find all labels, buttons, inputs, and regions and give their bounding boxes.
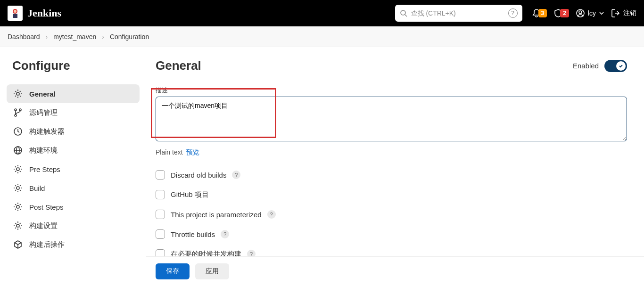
breadcrumb-configuration[interactable]: Configuration — [110, 33, 149, 41]
svg-point-6 — [579, 11, 582, 14]
sidebar-item-postbuild[interactable]: 构建后操作 — [7, 235, 140, 254]
brand-text: Jenkins — [27, 7, 61, 19]
sidebar-item-buildsettings[interactable]: 构建设置 — [7, 216, 140, 235]
gear-icon — [13, 183, 23, 193]
preview-link[interactable]: 预览 — [186, 148, 199, 156]
svg-point-10 — [15, 114, 17, 116]
description-input[interactable] — [156, 97, 627, 141]
save-button[interactable]: 保存 — [156, 263, 190, 279]
sidebar-item-label: 源码管理 — [29, 108, 58, 117]
search-input[interactable] — [411, 9, 504, 17]
option-throttle: Throttle builds ? — [156, 229, 627, 239]
toggle-knob — [616, 61, 626, 71]
logout-icon — [611, 8, 620, 18]
option-label: GitHub 项目 — [171, 190, 209, 199]
jenkins-logo[interactable]: Jenkins — [8, 6, 61, 21]
svg-point-9 — [15, 109, 17, 111]
option-label: Discard old builds — [171, 171, 226, 179]
globe-icon — [13, 146, 23, 155]
sidebar-item-label: General — [29, 90, 56, 98]
package-icon — [13, 240, 23, 249]
clock-icon — [13, 127, 23, 136]
sidebar-item-poststeps[interactable]: Post Steps — [7, 197, 140, 216]
search-icon — [400, 9, 407, 17]
chevron-down-icon — [599, 10, 604, 16]
sidebar-item-scm[interactable]: 源码管理 — [7, 103, 140, 122]
enabled-label: Enabled — [573, 62, 599, 70]
help-icon[interactable]: ? — [221, 230, 229, 238]
chevron-right-icon: › — [46, 33, 48, 41]
breadcrumb: Dashboard › mytest_maven › Configuration — [0, 26, 644, 47]
sidebar-item-build[interactable]: Build — [7, 179, 140, 197]
gear-icon — [13, 202, 23, 212]
sidebar-item-label: 构建后操作 — [29, 240, 65, 249]
check-icon — [619, 64, 623, 68]
checkbox-throttle[interactable] — [156, 229, 165, 239]
sidebar-item-label: 构建设置 — [29, 221, 58, 230]
svg-point-18 — [17, 205, 19, 208]
option-parameterized: This project is parameterized ? — [156, 210, 627, 219]
option-label: Throttle builds — [171, 230, 215, 238]
option-label: This project is parameterized — [171, 211, 262, 219]
plaintext-label: Plain text — [156, 148, 183, 156]
search-help-icon[interactable]: ? — [508, 8, 518, 18]
enabled-toggle[interactable] — [604, 60, 627, 72]
option-discard-old-builds: Discard old builds ? — [156, 170, 627, 180]
sidebar-item-label: Post Steps — [29, 203, 64, 211]
page-title: General — [156, 58, 201, 73]
svg-point-8 — [17, 92, 19, 95]
checkbox-parameterized[interactable] — [156, 210, 165, 219]
svg-point-16 — [17, 168, 19, 171]
sidebar: Configure General 源码管理 构建触发器 构建环境 Pre St… — [0, 47, 146, 286]
help-icon[interactable]: ? — [267, 210, 276, 219]
notifications[interactable]: 3 — [532, 8, 547, 18]
checkbox-discard[interactable] — [156, 170, 165, 180]
sidebar-item-label: Build — [29, 184, 45, 192]
gear-icon — [13, 89, 23, 98]
sidebar-item-label: 构建环境 — [29, 146, 58, 155]
sidebar-item-triggers[interactable]: 构建触发器 — [7, 122, 140, 141]
footer-actions: 保存 应用 — [146, 256, 644, 286]
logout-link[interactable]: 注销 — [611, 8, 636, 18]
breadcrumb-project[interactable]: mytest_maven — [53, 33, 96, 41]
checkbox-github[interactable] — [156, 190, 165, 199]
svg-point-11 — [19, 109, 21, 111]
logout-label: 注销 — [623, 9, 636, 17]
svg-line-4 — [405, 15, 407, 16]
notification-badge: 3 — [538, 9, 547, 17]
alert-badge: 2 — [560, 9, 569, 17]
svg-point-19 — [17, 224, 19, 227]
sidebar-item-label: Pre Steps — [29, 165, 60, 173]
chevron-right-icon: › — [102, 33, 104, 41]
description-label: 描述 — [156, 86, 627, 95]
security-alerts[interactable]: 2 — [553, 8, 569, 18]
jenkins-logo-icon — [8, 6, 23, 21]
user-menu[interactable]: lcy — [576, 8, 604, 18]
svg-point-17 — [17, 187, 19, 189]
svg-point-2 — [14, 10, 17, 13]
svg-rect-1 — [13, 14, 17, 18]
search-box[interactable]: ? — [395, 5, 522, 22]
apply-button[interactable]: 应用 — [195, 263, 229, 279]
sidebar-title: Configure — [7, 58, 140, 73]
user-name: lcy — [588, 9, 596, 17]
gear-icon — [13, 221, 23, 230]
sidebar-item-general[interactable]: General — [7, 84, 140, 103]
gear-icon — [13, 164, 23, 174]
sidebar-item-label: 构建触发器 — [29, 127, 65, 136]
option-github-project: GitHub 项目 — [156, 190, 627, 199]
main-content: General Enabled 描述 Plain text 预览 Disca — [146, 47, 644, 286]
branch-icon — [13, 108, 23, 117]
svg-point-3 — [401, 10, 405, 15]
user-icon — [576, 8, 585, 18]
sidebar-item-presteps[interactable]: Pre Steps — [7, 160, 140, 179]
sidebar-item-environment[interactable]: 构建环境 — [7, 141, 140, 160]
breadcrumb-dashboard[interactable]: Dashboard — [8, 33, 40, 41]
header-actions: 3 2 lcy 注销 — [532, 8, 637, 18]
help-icon[interactable]: ? — [232, 171, 240, 179]
top-header: Jenkins ? 3 2 lcy 注销 — [0, 0, 644, 26]
